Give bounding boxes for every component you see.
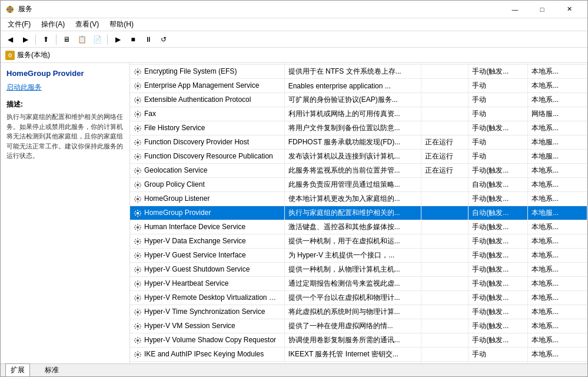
back-button[interactable]: ◀ [3,33,17,46]
svg-rect-183 [139,296,141,297]
properties-button[interactable]: 📋 [75,33,89,46]
svg-rect-169 [137,280,138,282]
service-gear-icon [134,237,142,246]
table-row[interactable]: Hyper-V Data Exchange Service提供一种机制，用于在虚… [130,234,587,249]
sidebar-start-link[interactable]: 启动此服务 [6,83,42,91]
service-status-cell [421,93,469,107]
table-row[interactable]: Enterprise App Management ServiceEnables… [130,79,587,93]
service-name-label: Hyper-V VM Session Service [144,322,235,330]
svg-rect-56 [135,97,137,99]
svg-rect-72 [134,128,135,128]
svg-rect-130 [135,214,137,216]
svg-rect-121 [135,200,137,202]
svg-rect-61 [137,111,138,112]
tab-extend[interactable]: 扩展 [5,363,30,377]
svg-rect-53 [137,102,138,104]
start-button[interactable]: ▶ [111,33,125,46]
table-row[interactable]: Hyper-V Guest Service Interface为 Hyper-V… [130,249,587,263]
svg-point-213 [137,353,139,356]
service-startup-cell: 手动(触发... [469,192,528,206]
svg-rect-181 [140,297,141,298]
service-login-cell: 本地系... [528,121,587,135]
table-row[interactable]: Hyper-V Heartbeat Service通过定期报告检测信号来监视此虚… [130,277,587,291]
service-name-cell: Geolocation Service [130,164,284,178]
svg-rect-176 [139,285,141,287]
title-bar: 服务 — □ ✕ [1,1,587,18]
table-row[interactable]: Hyper-V VM Session Service提供了一种在使用虚拟网络的情… [130,319,587,333]
export-button[interactable]: 📄 [90,33,104,46]
table-row[interactable]: Hyper-V Remote Desktop Virtualization Se… [130,291,587,305]
table-row[interactable]: Function Discovery Resource Publication发… [130,150,587,164]
service-desc-cell: 此服务负责应用管理员通过组策略... [284,178,421,192]
svg-rect-201 [139,324,141,326]
service-gear-icon [134,68,142,76]
service-gear-icon [134,252,142,260]
table-row[interactable]: Function Discovery Provider HostFDPHOST … [130,135,587,150]
table-row[interactable]: Geolocation Service此服务将监视系统的当前位置并管...正在运… [130,164,587,178]
table-row[interactable]: Hyper-V Time Synchronization Service将此虚拟… [130,305,587,319]
svg-rect-103 [135,172,137,174]
table-row[interactable]: HomeGroup Listener使本地计算机更改为加入家庭组的...手动(触… [130,192,587,206]
up-button[interactable]: ⬆ [39,33,53,46]
table-row[interactable]: Group Policy Client此服务负责应用管理员通过组策略...自动(… [130,178,587,192]
menu-help[interactable]: 帮助(H) [105,18,138,31]
service-gear-icon [134,308,142,316]
service-gear-icon [134,181,142,189]
pause-button[interactable]: ⏸ [141,33,155,46]
svg-rect-137 [135,224,137,226]
svg-rect-47 [135,83,137,85]
svg-rect-94 [135,158,137,160]
menu-view[interactable]: 查看(V) [71,18,104,31]
service-startup-cell: 手动 [469,150,528,164]
service-name-cell: Human Interface Device Service [130,220,284,234]
service-startup-cell: 手动(触发... [469,234,528,249]
menu-file[interactable]: 文件(F) [3,18,35,31]
service-startup-cell: 手动(触发... [469,263,528,277]
svg-rect-161 [137,272,138,273]
svg-rect-171 [134,283,135,284]
svg-rect-162 [134,269,135,270]
service-status-cell [421,291,469,305]
svg-rect-76 [135,130,137,131]
table-row[interactable]: Hyper-V Guest Shutdown Service提供一种机制，从物理… [130,263,587,277]
svg-rect-86 [139,144,141,145]
svg-rect-164 [135,267,137,269]
svg-rect-136 [140,227,141,227]
table-row[interactable]: HomeGroup Provider执行与家庭组的配置和维护相关的...自动(触… [130,206,587,220]
maximize-button[interactable]: □ [529,1,556,18]
stop-button[interactable]: ■ [126,33,140,46]
table-row[interactable]: File History Service将用户文件复制到备份位置以防意...手动… [130,121,587,135]
svg-rect-127 [140,213,141,213]
forward-button[interactable]: ▶ [18,33,32,46]
menu-action[interactable]: 操作(A) [36,18,69,31]
table-row[interactable]: Hyper-V Volume Shadow Copy Requestor协调使用… [130,333,587,348]
service-name-cell: Hyper-V Guest Shutdown Service [130,263,284,277]
service-status-cell [421,249,469,263]
show-hide-button[interactable]: 🖥 [59,33,74,46]
close-button[interactable]: ✕ [556,1,583,18]
service-gear-icon [134,96,142,104]
svg-rect-131 [139,214,141,216]
svg-rect-202 [135,328,137,329]
service-login-cell: 本地系... [528,277,587,291]
svg-rect-117 [134,199,135,199]
table-row[interactable]: Human Interface Device Service激活键盘、遥控器和其… [130,220,587,234]
service-status-cell [421,277,469,291]
svg-rect-219 [139,352,141,354]
service-name-label: Function Discovery Resource Publication [144,152,273,160]
sidebar: HomeGroup Provider 启动此服务 描述: 执行与家庭组的配置和维… [1,63,130,363]
minimize-button[interactable]: — [501,1,529,18]
svg-rect-140 [139,229,141,230]
tab-standard[interactable]: 标准 [39,363,64,377]
restart-button[interactable]: ↺ [157,33,171,46]
table-row[interactable]: IKE and AuthIP IPsec Keying ModulesIKEEX… [130,348,587,362]
table-row[interactable]: Fax利用计算机或网络上的可用传真资...手动网络服... [130,107,587,121]
service-login-cell: 网络服... [528,107,587,121]
svg-rect-193 [135,313,137,315]
service-desc-cell: 提供用于在 NTFS 文件系统卷上存... [284,65,421,79]
table-row[interactable]: Encrypting File System (EFS)提供用于在 NTFS 文… [130,65,587,79]
service-startup-cell: 自动(触发... [469,178,528,192]
svg-point-42 [137,85,139,87]
table-row[interactable]: Extensible Authentication Protocol可扩展的身份… [130,93,587,107]
service-name-label: File History Service [144,124,205,132]
